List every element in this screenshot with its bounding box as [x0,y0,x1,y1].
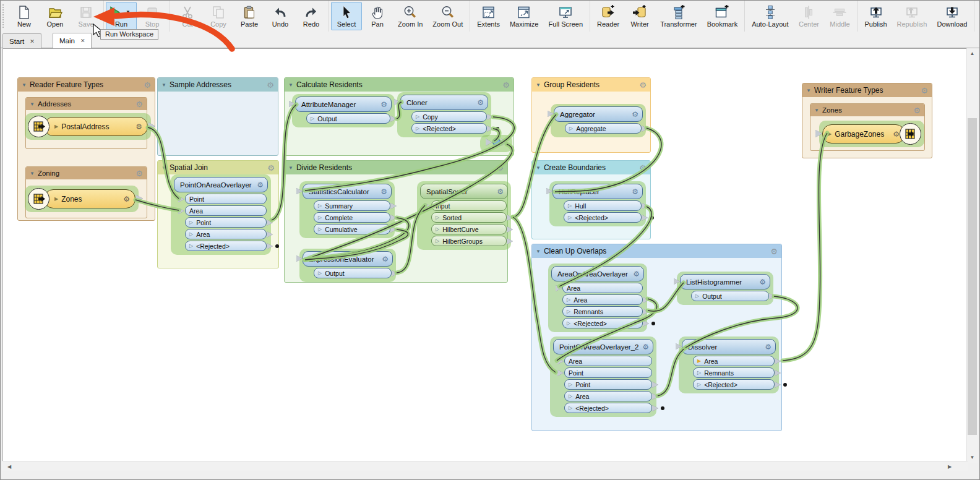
zoom-in-button[interactable]: Zoom In [393,2,428,30]
transformer-PointOnAreaOverlayer_2[interactable]: PointOnAreaOverlayer_2⚙AreaPoint▷Point▷A… [553,339,653,414]
collapse-triangle-icon[interactable]: ▼ [22,82,27,88]
collapse-triangle-icon[interactable]: ▼ [814,108,819,113]
scroll-up-arrow-icon[interactable]: ▲ [967,51,978,56]
gear-icon[interactable]: ⚙ [382,255,389,263]
collapse-triangle-icon[interactable]: ▼ [806,88,811,93]
extents-button[interactable]: Extents [472,2,505,30]
bookmark-header[interactable]: ▼Addresses⚙ [26,98,147,110]
center-button[interactable]: Center [793,2,824,30]
port-Cumulative-out[interactable]: ▷Cumulative [314,224,390,234]
save-button[interactable]: Save [71,2,101,30]
transformer-header[interactable]: AreaOnAreaOverlayer⚙ [551,266,644,281]
gear-icon[interactable]: ⚙ [759,278,766,286]
gear-icon[interactable]: ⚙ [770,247,778,255]
port-Rejected-out[interactable]: ▷<Rejected> [693,379,775,390]
port-Point-in[interactable]: Point [564,367,652,378]
scroll-left-arrow-icon[interactable]: ◀ [6,464,12,469]
writer-feature-type-GarbageZones[interactable]: ▶GarbageZones⚙ [822,123,921,145]
output-port-triangle-icon[interactable] [652,393,658,400]
output-port-triangle-icon[interactable] [487,126,493,132]
output-port-triangle-icon[interactable] [267,243,273,249]
bookmark-header[interactable]: ▼Zones⚙ [810,104,924,116]
input-port-triangle-icon[interactable] [556,285,562,291]
gear-icon[interactable]: ⚙ [477,99,484,106]
transformer-ExpressionEvaluator[interactable]: ExpressionEvaluator⚙▷Output [303,251,393,280]
collapse-triangle-icon[interactable]: ▼ [536,82,541,88]
output-port-triangle-icon[interactable] [643,320,649,327]
collapse-triangle-icon[interactable]: ▼ [30,101,35,107]
feature-type-pill[interactable]: ▶PostalAddress⚙ [44,117,148,136]
bookmark-header[interactable]: ▼Create Boundaries⚙ [532,161,650,174]
transformer-AreaOnAreaOverlayer[interactable]: AreaOnAreaOverlayer⚙Area▷Area▷Remnants▷<… [551,266,644,330]
run-dropdown-caret-icon[interactable]: ▼ [126,11,131,14]
feature-type-pill[interactable]: ▶Zones⚙ [44,189,135,208]
gear-icon[interactable]: ⚙ [633,270,640,278]
output-port-triangle-icon[interactable] [643,297,649,303]
bookmark-header[interactable]: ▼Divide Residents⚙ [285,161,507,174]
port-Point-out[interactable]: ▷Point [564,379,652,390]
port-Area-out[interactable]: ▶Area [693,356,775,366]
gear-icon[interactable]: ⚙ [123,195,130,203]
transformer-SpatialSorter[interactable]: SpatialSorter⚙Input▷Sorted▷HilbertCurve▷… [420,184,508,247]
port-HilbertCurve-out[interactable]: ▷HilbertCurve [431,224,507,234]
input-port-triangle-icon[interactable] [557,358,564,364]
gear-icon[interactable]: ⚙ [632,111,638,118]
transformer-PointOnAreaOverlayer[interactable]: PointOnAreaOverlayer⚙PointArea▷Point▷Are… [174,177,268,252]
port-Area-in[interactable]: Area [562,283,643,293]
port-Output-out[interactable]: ▷Output [691,291,769,301]
output-port-triangle-icon[interactable] [390,203,397,209]
transformer-header[interactable]: ExpressionEvaluator⚙ [303,251,393,267]
bookmark-header[interactable]: ▼Group Residents⚙ [532,78,650,92]
transformer-StatisticsCalculator[interactable]: StatisticsCalculator⚙▷Summary▷Complete▷C… [303,184,392,236]
maximize-button[interactable]: Maximize [505,2,543,30]
port-Output-out[interactable]: ▷Output [314,268,392,278]
input-port-triangle-icon[interactable] [676,343,682,349]
output-port-triangle-icon[interactable] [642,126,648,132]
port-Rejected-out[interactable]: ▷<Rejected> [411,123,487,134]
port-Point-out[interactable]: ▷Point [185,217,267,228]
transformer-header[interactable]: Cloner⚙ [400,95,488,110]
input-port-triangle-icon[interactable] [296,255,303,262]
port-Area-in[interactable]: Area [185,205,267,216]
output-port-triangle-icon[interactable] [487,114,493,120]
gear-icon[interactable]: ⚙ [642,343,649,351]
gear-icon[interactable]: ⚙ [144,81,151,89]
port-Area-out[interactable]: ▷Area [185,229,267,239]
output-port-triangle-icon[interactable] [642,215,648,221]
zoom-out-button[interactable]: Zoom Out [428,2,468,30]
publish-button[interactable]: Publish [859,2,892,30]
tab-main[interactable]: Main✕ [53,33,92,48]
gear-icon[interactable]: ⚙ [632,188,638,195]
middle-button[interactable]: Middle [824,2,855,30]
scroll-right-arrow-icon[interactable]: ▶ [947,464,953,469]
output-port-triangle-icon[interactable] [392,270,398,276]
horizontal-scrollbar[interactable]: ◀ ▶ [2,461,968,471]
vertical-scrollbar[interactable]: ▲ ▼ [966,48,978,463]
output-port-triangle-icon[interactable] [643,309,649,315]
port-Copy-out[interactable]: ▷Copy [411,111,487,122]
transformer-header[interactable]: Aggregator⚙ [554,106,643,122]
run-button[interactable]: ▼Run [106,2,137,30]
input-port-triangle-icon[interactable] [557,370,564,376]
port-Remnants-out[interactable]: ▷Remnants [562,306,643,317]
input-port-triangle-icon[interactable] [289,101,295,107]
port-Rejected-out[interactable]: ▷<Rejected> [185,241,267,251]
transformer-header[interactable]: AttributeManager⚙ [295,96,392,112]
gear-icon[interactable]: ⚙ [502,81,510,89]
port-Rejected-out[interactable]: ▷<Rejected> [564,212,642,223]
output-port-triangle-icon[interactable] [507,238,513,244]
output-port-triangle-icon[interactable] [652,405,658,411]
cut-button[interactable]: Cut [172,2,203,30]
transformer-header[interactable]: Dissolver⚙ [682,339,776,354]
input-port-triangle-icon[interactable] [815,130,822,137]
bookmark-header[interactable]: ▼Reader Feature Types⚙ [18,78,155,92]
gear-icon[interactable]: ⚙ [893,131,900,138]
copy-button[interactable]: Copy [203,2,234,30]
gear-icon[interactable]: ⚙ [765,343,772,351]
gear-icon[interactable]: ⚙ [135,169,143,178]
bookmark-header[interactable]: ▼Sample Addresses⚙ [158,78,278,92]
scroll-down-arrow-icon[interactable]: ▼ [967,455,978,460]
transformer-header[interactable]: PointOnAreaOverlayer_2⚙ [553,339,653,354]
auto-layout-button[interactable]: Auto-Layout [747,2,793,30]
port-Aggregate-out[interactable]: ▷Aggregate [565,123,642,134]
